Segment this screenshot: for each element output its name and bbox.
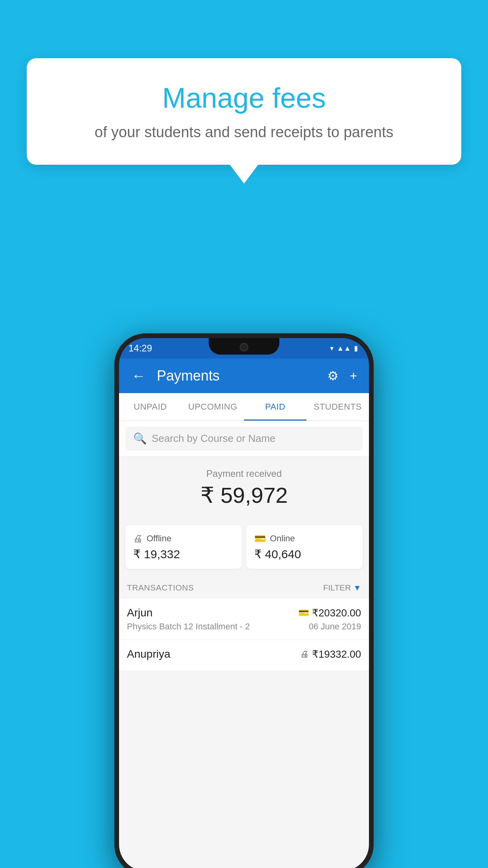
table-row[interactable]: Anupriya 🖨 ₹19332.00 [119,640,369,671]
tab-unpaid[interactable]: UNPAID [119,393,182,421]
speech-bubble: Manage fees of your students and send re… [27,58,461,165]
transaction-amount: ₹20320.00 [312,607,361,619]
online-card-header: 💳 Online [254,533,355,544]
offline-card: 🖨 Offline ₹ 19,332 [125,525,242,569]
tab-paid[interactable]: PAID [244,393,306,421]
app-bar: ← Payments ⚙ + [119,359,369,393]
bubble-subtitle: of your students and send receipts to pa… [46,122,442,143]
phone-notch [209,338,279,355]
tab-students[interactable]: STUDENTS [306,393,369,421]
speech-bubble-container: Manage fees of your students and send re… [27,58,461,184]
phone-content: 🔍 Search by Course or Name Payment recei… [119,421,369,868]
transaction-row-top: Anupriya 🖨 ₹19332.00 [127,648,361,660]
transaction-amount-wrap: 💳 ₹20320.00 [298,607,361,619]
filter-icon: ▼ [353,583,361,592]
filter-button[interactable]: FILTER ▼ [323,583,361,592]
phone-mockup: 14:29 ▾ ▲▲ ▮ ← Payments ⚙ + UNPAID UPCOM… [114,333,374,868]
transaction-row-top: Arjun 💳 ₹20320.00 [127,607,361,619]
settings-icon[interactable]: ⚙ [325,366,341,386]
offline-label: Offline [147,533,171,544]
tab-upcoming[interactable]: UPCOMING [182,393,244,421]
transaction-name: Anupriya [127,648,171,660]
back-button[interactable]: ← [128,364,149,387]
app-bar-actions: ⚙ + [325,366,360,386]
table-row[interactable]: Arjun 💳 ₹20320.00 Physics Batch 12 Insta… [119,599,369,640]
app-bar-title: Payments [157,368,317,384]
online-amount: ₹ 40,640 [254,547,355,561]
rupee-payment-icon: 🖨 [300,649,309,659]
online-icon: 💳 [254,533,266,544]
speech-bubble-tail [230,165,258,184]
status-icons: ▾ ▲▲ ▮ [330,344,358,353]
add-icon[interactable]: + [347,366,360,386]
offline-amount: ₹ 19,332 [133,547,234,561]
search-bar[interactable]: 🔍 Search by Course or Name [125,427,363,451]
tab-bar: UNPAID UPCOMING PAID STUDENTS [119,393,369,421]
battery-icon: ▮ [354,344,358,353]
payment-received-amount: ₹ 59,972 [127,482,361,508]
bubble-title: Manage fees [46,82,442,114]
signal-icon: ▲▲ [337,344,351,353]
search-bar-container: 🔍 Search by Course or Name [119,421,369,456]
phone-camera [240,343,248,351]
transaction-name: Arjun [127,607,152,619]
transaction-course: Physics Batch 12 Installment - 2 [127,622,250,632]
transactions-header: TRANSACTIONS FILTER ▼ [119,577,369,599]
offline-card-header: 🖨 Offline [133,533,234,544]
payment-received-label: Payment received [127,468,361,479]
payment-cards: 🖨 Offline ₹ 19,332 💳 Online ₹ 40,640 [119,525,369,577]
transaction-row-bottom: Physics Batch 12 Installment - 2 06 June… [127,622,361,632]
offline-icon: 🖨 [133,533,143,544]
search-placeholder: Search by Course or Name [152,432,275,445]
transaction-amount: ₹19332.00 [312,648,361,660]
online-label: Online [270,533,295,544]
wifi-icon: ▾ [330,344,334,353]
online-card: 💳 Online ₹ 40,640 [246,525,363,569]
status-time: 14:29 [128,343,152,354]
search-icon: 🔍 [133,432,147,445]
transaction-amount-wrap: 🖨 ₹19332.00 [300,648,361,660]
payment-received-section: Payment received ₹ 59,972 [119,456,369,525]
transaction-date: 06 June 2019 [309,622,361,632]
transactions-label: TRANSACTIONS [127,583,194,592]
filter-label: FILTER [323,583,351,592]
card-payment-icon: 💳 [298,608,309,618]
